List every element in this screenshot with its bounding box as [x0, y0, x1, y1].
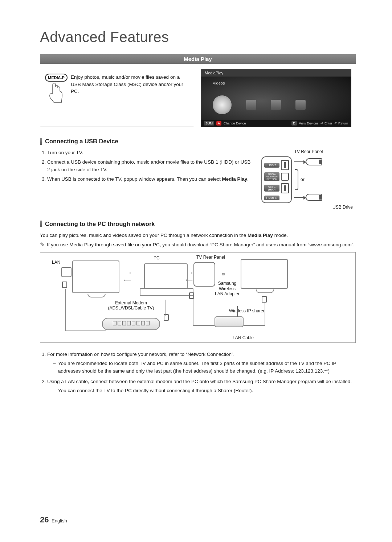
- wlan-adapter-label: Samsung Wireless LAN Adapter: [215, 281, 240, 296]
- intro-text: Enjoy photos, music and/or movie files s…: [71, 74, 189, 95]
- arrow-icon: [294, 197, 304, 198]
- page-footer: 26 English: [40, 515, 67, 525]
- subsection-bar-icon: [40, 221, 42, 227]
- external-modem-icon: [102, 318, 160, 330]
- page-number: 26: [40, 515, 49, 524]
- arrow-icon: [294, 161, 304, 162]
- modem-label: External Modem(ADSL/VDSL/Cable TV): [106, 300, 156, 311]
- lan-cable-label: LAN Cable: [233, 335, 254, 340]
- rear-panel-label: TV Rear Panel: [261, 149, 356, 154]
- subsection-bar-icon: [40, 138, 42, 145]
- tv-category-videos: Videos: [213, 81, 225, 85]
- usb-steps-list: Turn on your TV. Connect a USB device co…: [40, 149, 254, 210]
- arrow-right-icon: ⟶: [185, 270, 193, 276]
- press-hand-icon: [49, 83, 64, 103]
- subsection-connecting-pc: Connecting to the PC through network: [45, 221, 155, 227]
- tv-small-icon-1: [246, 100, 256, 110]
- enter-label: ↵ Enter: [320, 122, 332, 125]
- lan-plug-icon: [62, 282, 67, 288]
- section-bar-media-play: Media Play: [40, 54, 356, 64]
- tv-mediaplay-screenshot: MediaPlay Videos SUM A Change Device D V…: [201, 69, 351, 127]
- usb-step-1: Turn on your TV.: [47, 149, 254, 156]
- or-label: or: [301, 177, 305, 182]
- view-devices-label: View Devices: [299, 122, 319, 125]
- port-usb1: USB 1 (HDD): [264, 185, 279, 192]
- usb-stick-icon: [306, 194, 322, 201]
- port-optical: DIGITAL AUDIO OUT (OPTICAL): [264, 172, 279, 181]
- lan-label: LAN: [52, 260, 60, 265]
- tv-rear-panel-diagram: TV Rear Panel USB 2 DIGITAL AUDIO OUT (O…: [261, 149, 356, 210]
- tv-small-icon-2: [271, 100, 281, 110]
- subsection-connecting-usb: Connecting a USB Device: [45, 138, 118, 145]
- return-label: ↶ Return: [334, 122, 348, 125]
- change-device-label: Change Device: [224, 122, 246, 125]
- rear-panel-label2: TV Rear Panel: [196, 255, 225, 260]
- pc-intro-paragraph: You can play pictures, music and videos …: [40, 232, 356, 239]
- usb-drive-label: USB Drive: [261, 205, 356, 210]
- mediap-remote-button: MEDIA.P: [45, 74, 68, 82]
- laptop-icon: [144, 263, 188, 289]
- tv-small-icon-3: [295, 100, 306, 110]
- arrow-left-icon: ⟵: [124, 277, 131, 283]
- pc-step-1-sub-1: You are recommended to locate both TV an…: [53, 360, 356, 375]
- rear-panel-mini-icon: [193, 262, 215, 287]
- page-language: English: [52, 518, 67, 523]
- d-key-icon: D: [291, 121, 297, 126]
- arrow-left-icon: ⟵: [185, 277, 193, 283]
- tv-outline-icon: [241, 259, 288, 289]
- tv-outline-icon: [72, 260, 119, 293]
- chapter-title: Advanced Features: [40, 29, 356, 45]
- usb-stick-icon: [306, 158, 322, 165]
- usb-step-2: Connect a USB device containing photo, m…: [47, 159, 254, 173]
- a-key-icon: A: [216, 121, 221, 126]
- usb-step-3: When USB is connected to the TV, popup w…: [47, 176, 254, 183]
- pc-step-1: For more information on how to configure…: [47, 351, 356, 375]
- pc-step-2: Using a LAN cable, connect between the e…: [47, 378, 356, 395]
- pc-steps-list: For more information on how to configure…: [40, 351, 356, 395]
- or-label-2: or: [222, 271, 226, 276]
- wireless-sharer-label: Wireless IP sharer: [229, 308, 265, 313]
- tv-screenshot-title: MediaPlay: [201, 69, 351, 77]
- pc-step-2-sub-1: You can connect the TV to the PC directl…: [53, 387, 356, 395]
- wireless-router-icon: [215, 316, 244, 327]
- media-play-intro-box: MEDIA.P Enjoy photos, music and/or movie…: [40, 69, 194, 127]
- port-hdmi: HDMI IN: [264, 196, 279, 200]
- arrow-right-icon: ⟶: [124, 270, 131, 276]
- port-usb2: USB 2: [264, 163, 279, 168]
- lan-plug-icon: [262, 296, 267, 303]
- lan-port-icon: [61, 267, 72, 277]
- lan-plug-icon: [164, 314, 169, 321]
- pc-label: PC: [154, 255, 160, 260]
- network-diagram: LAN PC TV Rear Panel or Samsung Wireless…: [40, 252, 356, 343]
- note-icon: ✎: [40, 241, 45, 249]
- sum-key: SUM: [204, 121, 214, 126]
- pc-note-text: If you use Media Play through saved file…: [47, 241, 355, 249]
- film-reel-icon: [213, 95, 232, 114]
